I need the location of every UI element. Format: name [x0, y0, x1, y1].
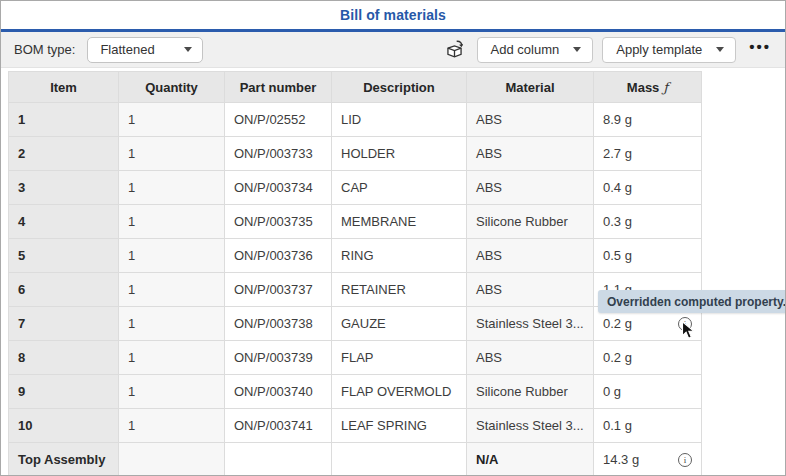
cell-part-number[interactable]: ON/P/003736 — [225, 239, 332, 273]
cell-item[interactable]: 4 — [9, 205, 119, 239]
column-header-description[interactable]: Description — [332, 72, 467, 103]
cell-mass[interactable]: 0.2 g — [594, 341, 702, 375]
apply-template-label: Apply template — [616, 42, 702, 57]
cell-description[interactable]: RING — [332, 239, 467, 273]
table-row[interactable]: 4 1 ON/P/003735 MEMBRANE Silicone Rubber… — [9, 205, 702, 239]
cell-item[interactable]: 1 — [9, 103, 119, 137]
table-row[interactable]: 2 1 ON/P/003733 HOLDER ABS 2.7 g — [9, 137, 702, 171]
mass-overridden-value: 0.2 g — [603, 316, 632, 331]
cell-part-number[interactable]: ON/P/003741 — [225, 409, 332, 443]
overflow-menu-button[interactable]: ••• — [745, 38, 775, 61]
bom-type-label: BOM type: — [14, 42, 75, 57]
table-row[interactable]: 3 1 ON/P/003734 CAP ABS 0.4 g — [9, 171, 702, 205]
bom-box-icon-button[interactable] — [444, 39, 466, 61]
cell-mass[interactable]: 0.3 g — [594, 205, 702, 239]
cell-mass[interactable]: 0.5 g — [594, 239, 702, 273]
cell-description[interactable]: MEMBRANE — [332, 205, 467, 239]
cell-description[interactable]: HOLDER — [332, 137, 467, 171]
cell-item[interactable]: 7 — [9, 307, 119, 341]
apply-template-button[interactable]: Apply template — [602, 37, 736, 63]
cell-material[interactable]: Stainless Steel 3... — [467, 409, 594, 443]
cell-part-number[interactable] — [225, 443, 332, 476]
cell-material[interactable]: Stainless Steel 3... — [467, 307, 594, 341]
cell-quantity[interactable]: 1 — [119, 341, 225, 375]
cell-quantity[interactable]: 1 — [119, 103, 225, 137]
add-column-label: Add column — [491, 42, 560, 57]
function-symbol-icon: ƒ — [663, 80, 668, 95]
overridden-property-tooltip: Overridden computed property. — [598, 290, 786, 313]
cell-mass[interactable]: 8.9 g — [594, 103, 702, 137]
cell-description[interactable]: CAP — [332, 171, 467, 205]
cell-material-total[interactable]: N/A — [467, 443, 594, 476]
cell-part-number[interactable]: ON/P/003734 — [225, 171, 332, 205]
cell-part-number[interactable]: ON/P/003735 — [225, 205, 332, 239]
cell-material[interactable]: Silicone Rubber — [467, 205, 594, 239]
cell-part-number[interactable]: ON/P/003738 — [225, 307, 332, 341]
cell-part-number[interactable]: ON/P/003733 — [225, 137, 332, 171]
cell-quantity[interactable] — [119, 443, 225, 476]
cell-description[interactable] — [332, 443, 467, 476]
cell-mass[interactable]: 0 g — [594, 375, 702, 409]
cell-part-number[interactable]: ON/P/003737 — [225, 273, 332, 307]
bom-type-select[interactable]: Flattened — [87, 37, 203, 63]
cell-quantity[interactable]: 1 — [119, 239, 225, 273]
table-header-row: Item Quantity Part number Description Ma… — [9, 72, 702, 103]
cell-description[interactable]: GAUZE — [332, 307, 467, 341]
info-icon[interactable]: i — [678, 453, 692, 467]
cell-mass[interactable]: 0.4 g — [594, 171, 702, 205]
bom-box-icon — [444, 39, 465, 60]
toolbar-right-group: Add column Apply template ••• — [444, 37, 775, 63]
cell-item[interactable]: 10 — [9, 409, 119, 443]
cell-quantity[interactable]: 1 — [119, 273, 225, 307]
cell-description[interactable]: RETAINER — [332, 273, 467, 307]
cell-material[interactable]: ABS — [467, 103, 594, 137]
cell-material[interactable]: ABS — [467, 239, 594, 273]
column-header-item[interactable]: Item — [9, 72, 119, 103]
table-row[interactable]: 5 1 ON/P/003736 RING ABS 0.5 g — [9, 239, 702, 273]
cell-description[interactable]: LID — [332, 103, 467, 137]
column-header-quantity[interactable]: Quantity — [119, 72, 225, 103]
cell-mass-total[interactable]: 14.3 g i — [594, 443, 702, 476]
cell-item[interactable]: 9 — [9, 375, 119, 409]
cell-part-number[interactable]: ON/P/003739 — [225, 341, 332, 375]
cell-item[interactable]: 6 — [9, 273, 119, 307]
info-icon[interactable]: i — [678, 317, 692, 331]
add-column-button[interactable]: Add column — [477, 37, 594, 63]
cell-item[interactable]: 5 — [9, 239, 119, 273]
table-row[interactable]: 10 1 ON/P/003741 LEAF SPRING Stainless S… — [9, 409, 702, 443]
table-row-top-assembly[interactable]: Top Assembly N/A 14.3 g i — [9, 443, 702, 476]
cell-part-number[interactable]: ON/P/003740 — [225, 375, 332, 409]
cell-quantity[interactable]: 1 — [119, 205, 225, 239]
column-header-part-number[interactable]: Part number — [225, 72, 332, 103]
cell-description[interactable]: FLAP — [332, 341, 467, 375]
table-row[interactable]: 8 1 ON/P/003739 FLAP ABS 0.2 g — [9, 341, 702, 375]
cell-mass[interactable]: 0.1 g — [594, 409, 702, 443]
mass-total-value: 14.3 g — [603, 452, 639, 467]
cell-material[interactable]: ABS — [467, 273, 594, 307]
cell-quantity[interactable]: 1 — [119, 375, 225, 409]
cell-description[interactable]: FLAP OVERMOLD — [332, 375, 467, 409]
cell-description[interactable]: LEAF SPRING — [332, 409, 467, 443]
cell-item[interactable]: 8 — [9, 341, 119, 375]
cell-part-number[interactable]: ON/P/02552 — [225, 103, 332, 137]
cell-quantity[interactable]: 1 — [119, 137, 225, 171]
bom-table-container: Item Quantity Part number Description Ma… — [8, 71, 702, 476]
table-row[interactable]: 1 1 ON/P/02552 LID ABS 8.9 g — [9, 103, 702, 137]
cell-quantity[interactable]: 1 — [119, 171, 225, 205]
column-header-mass[interactable]: Massƒ — [594, 72, 702, 103]
bom-table: Item Quantity Part number Description Ma… — [8, 71, 702, 476]
cell-item[interactable]: 3 — [9, 171, 119, 205]
cell-item[interactable]: Top Assembly — [9, 443, 119, 476]
cell-material[interactable]: Silicone Rubber — [467, 375, 594, 409]
bom-panel: Bill of materials BOM type: Flattened Ad… — [0, 0, 786, 476]
table-row[interactable]: 9 1 ON/P/003740 FLAP OVERMOLD Silicone R… — [9, 375, 702, 409]
cell-item[interactable]: 2 — [9, 137, 119, 171]
cell-material[interactable]: ABS — [467, 137, 594, 171]
chevron-down-icon — [573, 47, 581, 52]
cell-material[interactable]: ABS — [467, 171, 594, 205]
cell-mass[interactable]: 2.7 g — [594, 137, 702, 171]
column-header-material[interactable]: Material — [467, 72, 594, 103]
cell-quantity[interactable]: 1 — [119, 409, 225, 443]
cell-material[interactable]: ABS — [467, 341, 594, 375]
cell-quantity[interactable]: 1 — [119, 307, 225, 341]
